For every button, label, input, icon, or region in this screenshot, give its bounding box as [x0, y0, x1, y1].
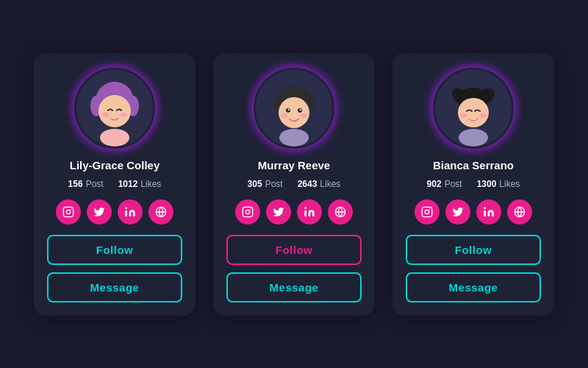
svg-point-36 — [484, 88, 495, 99]
svg-point-42 — [425, 210, 429, 213]
twitter-icon[interactable] — [87, 199, 112, 224]
stats-murray: 305 Post 2643 Likes — [248, 179, 341, 189]
likes-label: Likes — [320, 179, 340, 189]
social-icons-bianca — [415, 199, 532, 224]
likes-stat: 2643 Likes — [298, 179, 341, 189]
linkedin-icon[interactable] — [297, 199, 322, 224]
svg-point-27 — [245, 210, 249, 213]
svg-point-35 — [452, 88, 462, 99]
svg-point-22 — [300, 109, 301, 110]
posts-value: 156 — [68, 179, 83, 189]
user-name-lily: Lily-Grace Colley — [70, 159, 160, 171]
svg-point-21 — [288, 109, 290, 110]
stats-bianca: 902 Post 1300 Likes — [427, 179, 520, 189]
linkedin-icon[interactable] — [118, 199, 143, 224]
svg-rect-7 — [63, 207, 73, 216]
user-name-murray: Murray Reeve — [258, 159, 330, 171]
web-icon[interactable] — [507, 199, 532, 224]
svg-point-20 — [298, 108, 302, 113]
avatar-lily — [74, 68, 155, 149]
message-button-lily[interactable]: Message — [47, 272, 182, 302]
svg-point-28 — [250, 208, 251, 210]
profile-card-lily: Lily-Grace Colley 156 Post 1012 Likes Fo… — [34, 53, 196, 316]
instagram-icon[interactable] — [56, 199, 81, 224]
follow-button-bianca[interactable]: Follow — [406, 235, 541, 265]
posts-stat: 902 Post — [427, 179, 462, 189]
svg-point-39 — [479, 113, 487, 118]
svg-point-4 — [102, 113, 110, 117]
likes-label: Likes — [499, 179, 520, 189]
user-name-bianca: Bianca Serrano — [433, 159, 514, 171]
likes-label: Likes — [140, 179, 161, 189]
svg-rect-41 — [422, 207, 431, 216]
svg-rect-26 — [243, 207, 252, 216]
posts-label: Post — [445, 179, 462, 189]
svg-point-29 — [304, 207, 306, 209]
message-button-murray[interactable]: Message — [226, 272, 362, 302]
cards-container: Lily-Grace Colley 156 Post 1012 Likes Fo… — [34, 53, 554, 316]
avatar-wrapper-murray — [254, 68, 334, 149]
svg-point-43 — [429, 208, 431, 210]
svg-point-9 — [71, 208, 72, 210]
follow-button-murray[interactable]: Follow — [226, 235, 362, 265]
avatar-wrapper-bianca — [433, 68, 514, 149]
svg-point-18 — [279, 97, 309, 128]
svg-point-23 — [281, 113, 288, 118]
avatar-murray — [254, 68, 334, 149]
svg-point-10 — [125, 207, 127, 209]
svg-point-6 — [100, 129, 129, 146]
svg-point-40 — [459, 129, 488, 146]
social-icons-lily — [56, 199, 173, 224]
message-button-bianca[interactable]: Message — [406, 272, 541, 302]
likes-stat: 1012 Likes — [118, 179, 162, 189]
posts-value: 305 — [248, 179, 262, 189]
svg-point-44 — [484, 207, 486, 209]
avatar-bianca — [433, 68, 514, 149]
svg-point-24 — [300, 113, 307, 118]
profile-card-bianca: Bianca Serrano 902 Post 1300 Likes Follo… — [392, 53, 554, 316]
stats-lily: 156 Post 1012 Likes — [68, 179, 162, 189]
svg-point-19 — [286, 108, 290, 113]
follow-button-lily[interactable]: Follow — [47, 235, 182, 265]
instagram-icon[interactable] — [235, 199, 260, 224]
posts-stat: 305 Post — [248, 179, 283, 189]
svg-point-8 — [66, 210, 70, 213]
svg-point-3 — [98, 95, 131, 127]
twitter-icon[interactable] — [445, 199, 470, 224]
likes-value: 1300 — [477, 179, 497, 189]
posts-label: Post — [265, 179, 283, 189]
twitter-icon[interactable] — [266, 199, 291, 224]
web-icon[interactable] — [148, 199, 173, 224]
profile-card-murray: Murray Reeve 305 Post 2643 Likes Follow … — [213, 53, 375, 316]
posts-value: 902 — [427, 179, 442, 189]
linkedin-icon[interactable] — [476, 199, 501, 224]
likes-stat: 1300 Likes — [477, 179, 520, 189]
posts-label: Post — [86, 179, 104, 189]
social-icons-murray — [235, 199, 353, 224]
svg-point-25 — [279, 129, 309, 146]
instagram-icon[interactable] — [415, 199, 440, 224]
web-icon[interactable] — [328, 199, 353, 224]
svg-point-5 — [120, 113, 127, 117]
svg-point-38 — [460, 113, 467, 118]
likes-value: 1012 — [118, 179, 138, 189]
svg-point-37 — [458, 98, 489, 127]
likes-value: 2643 — [298, 179, 318, 189]
avatar-wrapper-lily — [74, 68, 155, 149]
posts-stat: 156 Post — [68, 179, 104, 189]
